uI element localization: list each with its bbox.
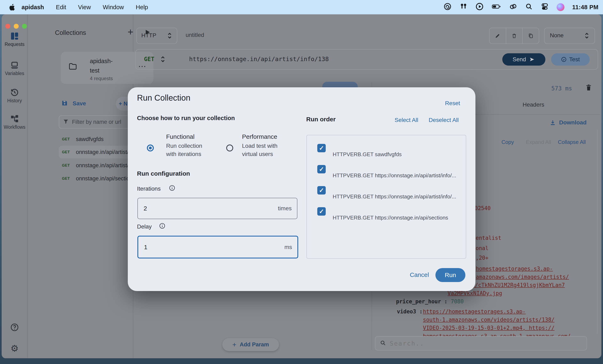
response-search-field[interactable] — [375, 336, 587, 351]
sidebar-item-history[interactable]: History — [2, 88, 27, 103]
menu-clock[interactable]: 11:48 PM — [572, 4, 599, 11]
sidebar-item-label: Variables — [2, 71, 27, 76]
json-link[interactable]: south-1.amazonaws.com/videos/artists/138… — [423, 317, 555, 323]
radio-unselected-icon[interactable] — [226, 145, 233, 151]
test-button[interactable]: Test — [551, 53, 590, 66]
trash-icon — [511, 33, 517, 39]
sidebar-item-workflows[interactable]: Workflows — [2, 114, 27, 130]
duplicate-button[interactable] — [522, 28, 539, 44]
collection-count: 4 requests — [90, 76, 113, 81]
folder-icon — [69, 63, 77, 71]
linked-rings-icon[interactable] — [509, 2, 517, 12]
json-key: price_per_hour : — [396, 298, 447, 305]
select-all-button[interactable]: Select All — [394, 117, 418, 123]
response-search-input[interactable] — [389, 340, 534, 347]
iterations-field[interactable]: times — [138, 198, 297, 219]
method-select[interactable]: GET — [144, 56, 154, 63]
chevron-updown-icon — [583, 31, 591, 41]
json-link[interactable]: amazonaws.com/images/artists/ — [476, 274, 569, 280]
expand-all-button[interactable]: Expand All — [526, 139, 551, 145]
pencil-icon — [495, 33, 500, 39]
dialog-title: Run Collection — [137, 93, 190, 102]
tab-headers[interactable]: Headers — [522, 102, 544, 108]
delay-field-focused[interactable]: ms — [138, 236, 298, 259]
sidebar-item-requests[interactable]: Requests — [2, 31, 27, 47]
send-button[interactable]: Send — [502, 53, 545, 66]
json-link[interactable]: VIDEO-2025-03-19-15-03-01+2.mp4, https:/… — [423, 325, 555, 331]
menu-help[interactable]: Help — [136, 4, 148, 11]
add-param-button[interactable]: + Add Param — [222, 338, 279, 351]
option-performance[interactable]: Performance Load test with virtual users — [226, 133, 302, 168]
radio-selected-icon[interactable] — [147, 145, 154, 151]
download-button[interactable]: Download — [550, 119, 587, 126]
scrollbar[interactable] — [597, 129, 598, 334]
control-center-icon[interactable] — [541, 2, 549, 12]
json-link[interactable]: file/cTkNhZU1M2Rg419lsgjKbmYLan7 — [462, 282, 565, 288]
json-link[interactable]: Va2MPVkxNIADy.jpg — [448, 290, 502, 296]
protocol-select[interactable]: HTTP — [136, 28, 177, 44]
airpods-icon[interactable] — [459, 2, 468, 12]
window-close-button[interactable] — [5, 24, 10, 29]
json-link[interactable]: homestagestorages.s3.ap- — [476, 266, 553, 272]
delete-button[interactable] — [506, 28, 523, 44]
play-circle-icon[interactable] — [475, 2, 484, 12]
gear-icon: ⚙ — [11, 343, 18, 353]
collection-name: apidash- test — [90, 56, 113, 75]
laptop-icon — [10, 67, 19, 70]
menu-view[interactable]: View — [78, 4, 91, 11]
clear-response-button[interactable] — [585, 84, 592, 92]
nav-rail: Requests Variables History Workflows — [2, 14, 28, 358]
cancel-button[interactable]: Cancel — [410, 271, 429, 278]
url-input[interactable]: https://onnstage.in/api/artist/info/138 — [189, 56, 329, 63]
option-functional[interactable]: Functional Run collection with iteration… — [147, 133, 221, 168]
siri-icon[interactable] — [557, 3, 564, 11]
reset-button[interactable]: Reset — [445, 100, 460, 107]
checkbox-checked-icon[interactable]: ✓ — [317, 165, 326, 173]
rename-button[interactable] — [490, 28, 506, 44]
request-name[interactable]: untitled — [186, 32, 204, 38]
iterations-input[interactable] — [138, 205, 259, 212]
search-icon — [380, 340, 386, 347]
save-button[interactable]: Save — [61, 100, 86, 107]
sidebar-item-variables[interactable]: Variables — [2, 60, 27, 76]
chevron-updown-icon — [165, 31, 174, 41]
sidebar-item-label: Workflows — [2, 125, 27, 130]
menu-window[interactable]: Window — [103, 4, 124, 11]
settings-button[interactable]: ⚙ — [2, 344, 27, 353]
send-icon — [529, 56, 535, 63]
menu-edit[interactable]: Edit — [56, 4, 66, 11]
workflow-icon — [10, 121, 19, 124]
checkbox-checked-icon[interactable]: ✓ — [317, 186, 326, 194]
info-icon[interactable] — [169, 185, 175, 192]
menu-app-name[interactable]: apidash — [22, 4, 44, 11]
add-collection-button[interactable]: + — [128, 26, 133, 37]
test-icon — [561, 57, 567, 62]
run-button[interactable]: Run — [435, 268, 465, 282]
delay-input[interactable] — [138, 243, 259, 251]
spotlight-search-icon[interactable] — [525, 3, 533, 12]
deselect-all-button[interactable]: Deselect All — [429, 117, 459, 123]
battery-icon[interactable] — [491, 2, 501, 12]
info-icon[interactable] — [159, 223, 165, 230]
download-icon — [550, 119, 556, 126]
environment-select[interactable]: None — [544, 28, 595, 44]
help-button[interactable] — [2, 323, 27, 333]
json-link[interactable]: https://homestagestorages.s3.ap- — [423, 308, 526, 315]
chevron-updown-icon — [159, 54, 167, 65]
response-time: 573 ms — [551, 85, 572, 92]
run-order-list: ✓ HTTPVERB.GET sawdfvgfds ✓ HTTPVERB.GET… — [306, 135, 466, 259]
creative-cloud-icon[interactable] — [443, 2, 452, 12]
history-icon — [10, 94, 19, 98]
desktop: apidash Edit View Window Help — [0, 0, 603, 364]
iterations-label: Iterations — [137, 185, 161, 192]
window-zoom-button[interactable] — [22, 24, 27, 29]
apple-menu-icon[interactable] — [9, 3, 16, 13]
config-heading: Run configuration — [137, 170, 190, 177]
filter-icon — [63, 119, 69, 125]
checkbox-checked-icon[interactable]: ✓ — [317, 207, 326, 216]
window-minimize-button[interactable] — [14, 24, 19, 29]
collapse-all-button[interactable]: Collapse All — [558, 139, 586, 145]
copy-button[interactable]: Copy — [501, 139, 514, 145]
json-value: entalist — [476, 235, 501, 241]
checkbox-checked-icon[interactable]: ✓ — [317, 144, 326, 152]
